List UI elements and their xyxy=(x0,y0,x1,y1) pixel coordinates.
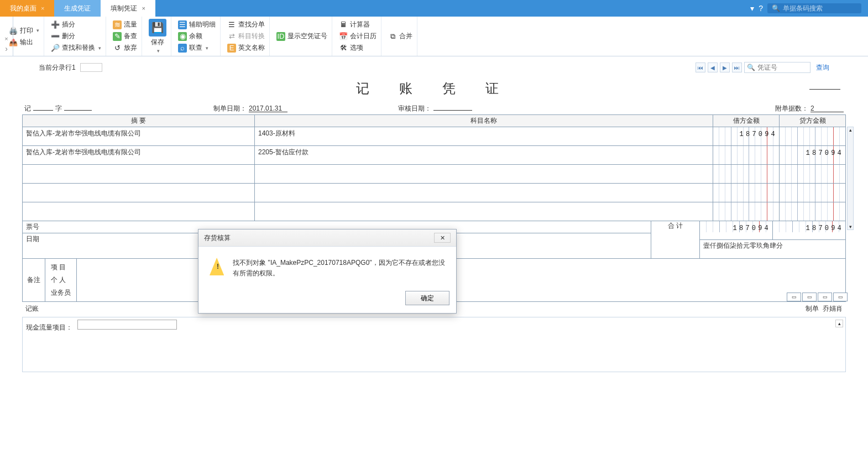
close-icon[interactable]: × xyxy=(142,5,145,12)
page-fraction xyxy=(809,83,840,90)
amount-chinese: 壹仟捌佰柒拾元零玖角肆分 xyxy=(703,242,783,249)
subject-convert-button[interactable]: ⇄科目转换 xyxy=(226,31,266,41)
maker-name: 乔娟肖 xyxy=(823,305,843,312)
nav-next-button[interactable]: ▶ xyxy=(720,62,730,72)
note-label: 备注 xyxy=(23,259,45,301)
table-row[interactable]: 暂估入库-龙岩市华强电线电缆有限公司1403-原材料187094 xyxy=(23,127,846,146)
options-button[interactable]: 🛠选项 xyxy=(338,43,378,53)
lookup-button[interactable]: ⌕联查▾ xyxy=(177,43,217,53)
tab-gen-voucher[interactable]: 生成凭证 xyxy=(54,0,101,17)
word-suffix: 字 xyxy=(55,104,62,113)
tab-strip: 我的桌面× 生成凭证 填制凭证× xyxy=(0,0,155,17)
project-label: 项 目 xyxy=(48,261,74,274)
nav-prev-button[interactable]: ◀ xyxy=(708,62,718,72)
balance-button[interactable]: ◉余额 xyxy=(177,31,217,41)
calculator-button[interactable]: 🖩计算器 xyxy=(338,19,378,30)
audit-date-label: 审核日期： xyxy=(398,104,431,113)
close-rail-icon[interactable]: × xyxy=(4,35,8,42)
left-rail: × › xyxy=(0,17,13,56)
total-debit: 187094 xyxy=(733,225,771,232)
voucher-title: 记 账 凭 证 xyxy=(22,80,846,97)
calendar-button[interactable]: 📅会计日历 xyxy=(338,31,378,41)
tab-desktop[interactable]: 我的桌面× xyxy=(0,0,54,17)
voucher-no-box[interactable]: 🔍 xyxy=(744,62,811,73)
title-bar: 我的桌面× 生成凭证 填制凭证× ▾ ? 🔍 xyxy=(0,0,868,17)
nav-last-button[interactable]: ⏭ xyxy=(732,62,742,72)
tag-3[interactable]: ▭ xyxy=(818,293,832,301)
table-row[interactable] xyxy=(23,165,846,184)
cash-flow-label: 现金流量项目： xyxy=(26,323,72,332)
jz-label: 记账 xyxy=(25,304,39,314)
table-row[interactable]: 暂估入库-龙岩市华强电线电缆有限公司2205-暂估应付款187094 xyxy=(23,146,846,165)
cash-flow-input[interactable] xyxy=(77,320,177,330)
word-prefix: 记 xyxy=(24,104,31,113)
table-row[interactable] xyxy=(23,202,846,221)
tag-1[interactable]: ▭ xyxy=(787,293,801,301)
make-date: 2017.01.31 xyxy=(249,105,287,112)
col-subject: 科目名称 xyxy=(255,115,713,127)
error-dialog: 存货核算 ✕ 找不到对象 "IA_MakePzPC_20170718APQG0"… xyxy=(198,229,457,314)
col-credit: 贷方金额 xyxy=(780,115,846,127)
attach-label: 附单据数： xyxy=(775,104,808,113)
cash-flow-panel: 现金流量项目： ▴ xyxy=(22,317,846,372)
discard-button[interactable]: ↺放弃 xyxy=(112,43,138,53)
dialog-title: 存货核算 xyxy=(204,233,231,243)
find-replace-button[interactable]: 🔎查找和替换▾ xyxy=(50,43,102,53)
save-button[interactable]: 💾 保存▾ xyxy=(144,17,171,56)
table-row[interactable] xyxy=(23,184,846,202)
find-entry-button[interactable]: ☰查找分单 xyxy=(226,19,266,30)
dialog-close-button[interactable]: ✕ xyxy=(434,233,451,243)
search-icon: 🔍 xyxy=(747,64,755,71)
query-link[interactable]: 查询 xyxy=(816,63,829,72)
delete-entry-button[interactable]: ➖删分 xyxy=(50,31,102,41)
help-icon[interactable]: ? xyxy=(759,4,763,13)
voucher-no-input[interactable] xyxy=(757,64,807,71)
ribbon-toolbar: 🖨️打印▾ 📤输出 ➕插分 ➖删分 🔎查找和替换▾ ≋流量 ✎备查 ↺放弃 💾 … xyxy=(0,17,868,56)
show-blank-button[interactable]: ID显示空凭证号 xyxy=(275,31,328,41)
aux-detail-button[interactable]: ☰辅助明细 xyxy=(177,19,217,30)
col-debit: 借方金额 xyxy=(713,115,780,127)
current-entry-input[interactable] xyxy=(80,63,102,72)
total-credit: 187094 xyxy=(806,225,844,232)
total-label: 合 计 xyxy=(651,221,700,259)
nav-first-button[interactable]: ⏮ xyxy=(696,62,705,72)
close-icon[interactable]: × xyxy=(41,5,44,12)
search-input[interactable] xyxy=(783,4,857,12)
person-label: 个 人 xyxy=(48,274,74,286)
col-abstract: 摘 要 xyxy=(23,115,255,127)
dialog-message: 找不到对象 "IA_MakePzPC_20170718APQG0"，因为它不存在… xyxy=(233,258,445,279)
tag-4[interactable]: ▭ xyxy=(833,293,848,301)
maker-label: 制单 xyxy=(806,305,819,312)
biz-label: 业务员 xyxy=(48,286,74,299)
save-icon: 💾 xyxy=(149,19,166,36)
merge-button[interactable]: ⧉合并 xyxy=(387,31,414,41)
current-entry-label: 当前分录行1 xyxy=(39,63,76,72)
dialog-ok-button[interactable]: 确定 xyxy=(405,291,449,305)
barcode-search[interactable]: 🔍 xyxy=(767,3,861,13)
cash-flow-toggle[interactable]: ▴ xyxy=(835,320,843,327)
tag-2[interactable]: ▭ xyxy=(802,293,817,301)
attach-count[interactable]: 2 xyxy=(811,105,844,112)
grid-scrollbar[interactable]: ▴▾ xyxy=(847,127,854,230)
audit-button[interactable]: ✎备查 xyxy=(112,31,138,41)
english-name-button[interactable]: E英文名称 xyxy=(226,43,266,53)
make-date-label: 制单日期： xyxy=(213,104,247,113)
flow-button[interactable]: ≋流量 xyxy=(112,19,138,30)
dropdown-icon[interactable]: ▾ xyxy=(750,4,754,13)
tab-fill-voucher[interactable]: 填制凭证× xyxy=(101,0,155,17)
warning-icon xyxy=(210,258,224,275)
expand-rail-icon[interactable]: › xyxy=(5,44,8,53)
search-icon: 🔍 xyxy=(772,4,780,12)
voucher-grid: 摘 要 科目名称 借方金额 贷方金额 暂估入库-龙岩市华强电线电缆有限公司140… xyxy=(22,114,846,221)
insert-entry-button[interactable]: ➕插分 xyxy=(50,19,102,30)
